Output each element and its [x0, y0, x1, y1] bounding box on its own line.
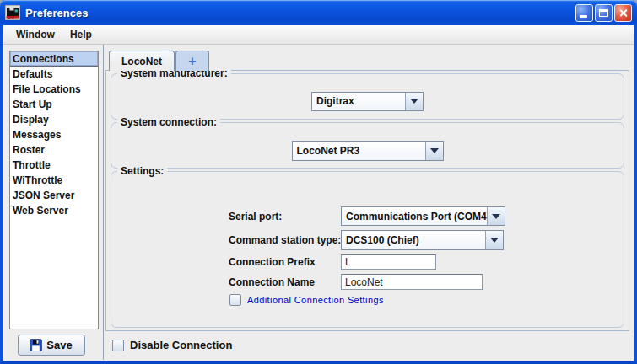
preferences-window: Preferences Window Help Connections Defa… [0, 0, 637, 364]
serial-port-value: Communications Port (COM4) [342, 207, 487, 225]
loconet-tab-panel: System manufacturer: Digitrax System con… [105, 70, 629, 331]
additional-settings-row: Additional Connection Settings [229, 294, 624, 306]
sidebar-item-json-server[interactable]: JSON Server [10, 188, 98, 203]
dropdown-arrow-icon[interactable] [485, 231, 503, 249]
triangle-icon [410, 99, 418, 104]
connection-prefix-label: Connection Prefix [229, 256, 341, 268]
disable-connection-checkbox[interactable] [112, 340, 124, 351]
dropdown-arrow-icon[interactable] [425, 142, 443, 160]
additional-settings-checkbox[interactable] [229, 294, 241, 306]
floppy-disk-icon [30, 339, 42, 351]
serial-port-label: Serial port: [229, 211, 341, 222]
connection-tabs: LocoNet + [109, 51, 629, 70]
dropdown-arrow-icon[interactable] [405, 93, 423, 110]
sidebar-item-throttle[interactable]: Throttle [10, 158, 98, 173]
triangle-icon [492, 214, 500, 219]
sidebar-item-roster[interactable]: Roster [10, 142, 98, 158]
jmri-train-icon [5, 5, 20, 20]
menu-help[interactable]: Help [62, 26, 100, 43]
additional-settings-label: Additional Connection Settings [247, 295, 384, 305]
minimize-button[interactable] [575, 4, 593, 22]
tab-loconet[interactable]: LocoNet [109, 51, 175, 71]
title-bar[interactable]: Preferences [0, 0, 637, 25]
tab-loconet-label: LocoNet [121, 56, 162, 67]
system-manufacturer-group: System manufacturer: Digitrax [111, 73, 624, 120]
menu-bar: Window Help [3, 25, 634, 45]
sidebar-item-start-up[interactable]: Start Up [10, 97, 98, 112]
system-manufacturer-select[interactable]: Digitrax [311, 92, 424, 111]
connection-prefix-row: Connection Prefix [229, 254, 624, 270]
triangle-icon [490, 238, 499, 243]
close-icon [618, 8, 628, 18]
save-button[interactable]: Save [18, 335, 85, 356]
sidebar-item-connections[interactable]: Connections [10, 51, 98, 67]
maximize-icon [599, 9, 608, 17]
sidebar-item-display[interactable]: Display [10, 112, 98, 127]
sidebar-item-defaults[interactable]: Defaults [10, 67, 98, 82]
command-station-select[interactable]: DCS100 (Chief) [341, 230, 504, 250]
add-tab-plus-icon: + [188, 55, 196, 68]
dropdown-arrow-icon[interactable] [487, 207, 505, 225]
serial-port-select[interactable]: Communications Port (COM4) [341, 206, 505, 226]
disable-connection-label: Disable Connection [130, 339, 232, 351]
connection-name-row: Connection Name [229, 274, 624, 290]
system-manufacturer-value: Digitrax [312, 93, 405, 110]
sidebar-item-messages[interactable]: Messages [10, 127, 98, 142]
disable-connection-row: Disable Connection [112, 339, 629, 351]
connection-name-input[interactable] [341, 274, 483, 290]
close-button[interactable] [614, 4, 632, 22]
save-button-label: Save [46, 339, 72, 351]
menu-window[interactable]: Window [8, 26, 62, 43]
connection-name-label: Connection Name [229, 276, 341, 288]
sidebar-item-withrottle[interactable]: WiThrottle [10, 173, 98, 188]
system-connection-title: System connection: [117, 116, 220, 128]
add-connection-tab[interactable]: + [175, 51, 209, 71]
connection-config-area: LocoNet + System manufacturer: Digitrax [104, 45, 634, 360]
preferences-category-list: Connections Defaults File Locations Star… [9, 51, 99, 329]
window-title: Preferences [25, 7, 574, 19]
connection-prefix-input[interactable] [341, 254, 436, 270]
minimize-icon [580, 15, 587, 18]
serial-port-row: Serial port: Communications Port (COM4) [229, 206, 624, 226]
system-connection-value: LocoNet PR3 [293, 142, 425, 160]
maximize-button[interactable] [595, 4, 613, 22]
triangle-icon [430, 148, 439, 153]
preferences-sidebar: Connections Defaults File Locations Star… [3, 45, 104, 360]
sidebar-item-web-server[interactable]: Web Server [10, 203, 98, 218]
command-station-label: Command station type: [229, 234, 341, 246]
system-connection-select[interactable]: LocoNet PR3 [292, 141, 444, 161]
settings-group: Settings: Serial port: Communications Po… [111, 171, 624, 328]
sidebar-item-file-locations[interactable]: File Locations [10, 82, 98, 97]
command-station-row: Command station type: DCS100 (Chief) [229, 230, 624, 250]
command-station-value: DCS100 (Chief) [342, 231, 485, 249]
system-connection-group: System connection: LocoNet PR3 [111, 122, 624, 169]
settings-title: Settings: [117, 165, 167, 177]
